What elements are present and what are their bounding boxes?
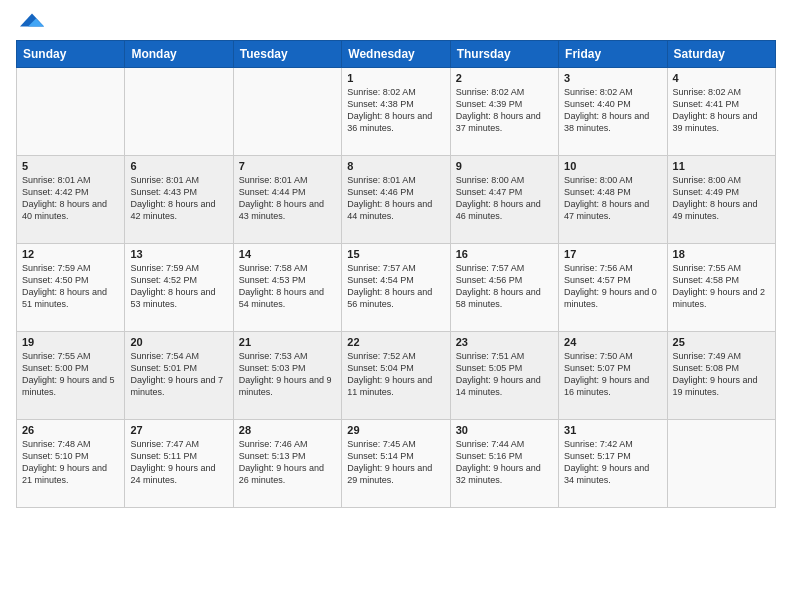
day-number: 12 xyxy=(22,248,119,260)
day-info: Sunrise: 7:57 AM Sunset: 4:54 PM Dayligh… xyxy=(347,262,444,311)
calendar-cell: 28Sunrise: 7:46 AM Sunset: 5:13 PM Dayli… xyxy=(233,420,341,508)
day-info: Sunrise: 7:44 AM Sunset: 5:16 PM Dayligh… xyxy=(456,438,553,487)
day-header: Monday xyxy=(125,41,233,68)
day-number: 2 xyxy=(456,72,553,84)
day-number: 27 xyxy=(130,424,227,436)
calendar-cell: 26Sunrise: 7:48 AM Sunset: 5:10 PM Dayli… xyxy=(17,420,125,508)
day-info: Sunrise: 8:00 AM Sunset: 4:49 PM Dayligh… xyxy=(673,174,770,223)
day-info: Sunrise: 7:57 AM Sunset: 4:56 PM Dayligh… xyxy=(456,262,553,311)
calendar-cell: 11Sunrise: 8:00 AM Sunset: 4:49 PM Dayli… xyxy=(667,156,775,244)
day-info: Sunrise: 7:50 AM Sunset: 5:07 PM Dayligh… xyxy=(564,350,661,399)
calendar-week: 12Sunrise: 7:59 AM Sunset: 4:50 PM Dayli… xyxy=(17,244,776,332)
day-info: Sunrise: 7:48 AM Sunset: 5:10 PM Dayligh… xyxy=(22,438,119,487)
calendar-week: 1Sunrise: 8:02 AM Sunset: 4:38 PM Daylig… xyxy=(17,68,776,156)
calendar-cell: 22Sunrise: 7:52 AM Sunset: 5:04 PM Dayli… xyxy=(342,332,450,420)
calendar-cell: 13Sunrise: 7:59 AM Sunset: 4:52 PM Dayli… xyxy=(125,244,233,332)
calendar-cell: 5Sunrise: 8:01 AM Sunset: 4:42 PM Daylig… xyxy=(17,156,125,244)
calendar-cell: 20Sunrise: 7:54 AM Sunset: 5:01 PM Dayli… xyxy=(125,332,233,420)
day-info: Sunrise: 7:54 AM Sunset: 5:01 PM Dayligh… xyxy=(130,350,227,399)
day-info: Sunrise: 7:55 AM Sunset: 5:00 PM Dayligh… xyxy=(22,350,119,399)
logo xyxy=(16,12,44,32)
day-number: 31 xyxy=(564,424,661,436)
day-number: 15 xyxy=(347,248,444,260)
day-info: Sunrise: 7:46 AM Sunset: 5:13 PM Dayligh… xyxy=(239,438,336,487)
calendar-cell: 27Sunrise: 7:47 AM Sunset: 5:11 PM Dayli… xyxy=(125,420,233,508)
day-number: 9 xyxy=(456,160,553,172)
calendar-cell: 9Sunrise: 8:00 AM Sunset: 4:47 PM Daylig… xyxy=(450,156,558,244)
day-header: Thursday xyxy=(450,41,558,68)
day-number: 14 xyxy=(239,248,336,260)
calendar-cell: 25Sunrise: 7:49 AM Sunset: 5:08 PM Dayli… xyxy=(667,332,775,420)
day-info: Sunrise: 7:53 AM Sunset: 5:03 PM Dayligh… xyxy=(239,350,336,399)
day-info: Sunrise: 8:00 AM Sunset: 4:48 PM Dayligh… xyxy=(564,174,661,223)
day-info: Sunrise: 7:42 AM Sunset: 5:17 PM Dayligh… xyxy=(564,438,661,487)
calendar-cell: 2Sunrise: 8:02 AM Sunset: 4:39 PM Daylig… xyxy=(450,68,558,156)
calendar-cell: 1Sunrise: 8:02 AM Sunset: 4:38 PM Daylig… xyxy=(342,68,450,156)
calendar-cell xyxy=(233,68,341,156)
day-number: 5 xyxy=(22,160,119,172)
day-number: 1 xyxy=(347,72,444,84)
header xyxy=(16,12,776,32)
day-number: 30 xyxy=(456,424,553,436)
day-info: Sunrise: 8:02 AM Sunset: 4:41 PM Dayligh… xyxy=(673,86,770,135)
calendar-cell xyxy=(17,68,125,156)
day-number: 3 xyxy=(564,72,661,84)
calendar-cell: 7Sunrise: 8:01 AM Sunset: 4:44 PM Daylig… xyxy=(233,156,341,244)
calendar-cell xyxy=(125,68,233,156)
day-info: Sunrise: 8:02 AM Sunset: 4:39 PM Dayligh… xyxy=(456,86,553,135)
day-info: Sunrise: 7:47 AM Sunset: 5:11 PM Dayligh… xyxy=(130,438,227,487)
calendar-cell: 29Sunrise: 7:45 AM Sunset: 5:14 PM Dayli… xyxy=(342,420,450,508)
day-number: 24 xyxy=(564,336,661,348)
calendar-cell: 12Sunrise: 7:59 AM Sunset: 4:50 PM Dayli… xyxy=(17,244,125,332)
calendar-week: 26Sunrise: 7:48 AM Sunset: 5:10 PM Dayli… xyxy=(17,420,776,508)
calendar-cell: 30Sunrise: 7:44 AM Sunset: 5:16 PM Dayli… xyxy=(450,420,558,508)
day-number: 28 xyxy=(239,424,336,436)
day-number: 21 xyxy=(239,336,336,348)
day-number: 13 xyxy=(130,248,227,260)
day-number: 23 xyxy=(456,336,553,348)
calendar-cell: 17Sunrise: 7:56 AM Sunset: 4:57 PM Dayli… xyxy=(559,244,667,332)
calendar-cell: 23Sunrise: 7:51 AM Sunset: 5:05 PM Dayli… xyxy=(450,332,558,420)
day-number: 20 xyxy=(130,336,227,348)
day-number: 7 xyxy=(239,160,336,172)
day-number: 17 xyxy=(564,248,661,260)
day-header: Tuesday xyxy=(233,41,341,68)
calendar-cell: 31Sunrise: 7:42 AM Sunset: 5:17 PM Dayli… xyxy=(559,420,667,508)
calendar-cell: 24Sunrise: 7:50 AM Sunset: 5:07 PM Dayli… xyxy=(559,332,667,420)
day-info: Sunrise: 8:02 AM Sunset: 4:40 PM Dayligh… xyxy=(564,86,661,135)
day-header: Sunday xyxy=(17,41,125,68)
calendar-week: 19Sunrise: 7:55 AM Sunset: 5:00 PM Dayli… xyxy=(17,332,776,420)
calendar-cell xyxy=(667,420,775,508)
day-header: Wednesday xyxy=(342,41,450,68)
day-number: 16 xyxy=(456,248,553,260)
calendar-cell: 18Sunrise: 7:55 AM Sunset: 4:58 PM Dayli… xyxy=(667,244,775,332)
day-info: Sunrise: 7:55 AM Sunset: 4:58 PM Dayligh… xyxy=(673,262,770,311)
day-number: 19 xyxy=(22,336,119,348)
day-info: Sunrise: 7:59 AM Sunset: 4:52 PM Dayligh… xyxy=(130,262,227,311)
day-info: Sunrise: 8:00 AM Sunset: 4:47 PM Dayligh… xyxy=(456,174,553,223)
day-number: 25 xyxy=(673,336,770,348)
day-info: Sunrise: 7:49 AM Sunset: 5:08 PM Dayligh… xyxy=(673,350,770,399)
day-number: 22 xyxy=(347,336,444,348)
day-number: 29 xyxy=(347,424,444,436)
calendar-cell: 19Sunrise: 7:55 AM Sunset: 5:00 PM Dayli… xyxy=(17,332,125,420)
logo-text xyxy=(16,12,44,32)
calendar-cell: 16Sunrise: 7:57 AM Sunset: 4:56 PM Dayli… xyxy=(450,244,558,332)
header-row: SundayMondayTuesdayWednesdayThursdayFrid… xyxy=(17,41,776,68)
day-info: Sunrise: 7:52 AM Sunset: 5:04 PM Dayligh… xyxy=(347,350,444,399)
calendar-week: 5Sunrise: 8:01 AM Sunset: 4:42 PM Daylig… xyxy=(17,156,776,244)
day-info: Sunrise: 8:01 AM Sunset: 4:46 PM Dayligh… xyxy=(347,174,444,223)
day-number: 10 xyxy=(564,160,661,172)
calendar-cell: 14Sunrise: 7:58 AM Sunset: 4:53 PM Dayli… xyxy=(233,244,341,332)
calendar-table: SundayMondayTuesdayWednesdayThursdayFrid… xyxy=(16,40,776,508)
calendar-cell: 8Sunrise: 8:01 AM Sunset: 4:46 PM Daylig… xyxy=(342,156,450,244)
page: SundayMondayTuesdayWednesdayThursdayFrid… xyxy=(0,0,792,612)
calendar-cell: 3Sunrise: 8:02 AM Sunset: 4:40 PM Daylig… xyxy=(559,68,667,156)
day-info: Sunrise: 8:02 AM Sunset: 4:38 PM Dayligh… xyxy=(347,86,444,135)
day-number: 11 xyxy=(673,160,770,172)
day-info: Sunrise: 8:01 AM Sunset: 4:42 PM Dayligh… xyxy=(22,174,119,223)
day-info: Sunrise: 7:56 AM Sunset: 4:57 PM Dayligh… xyxy=(564,262,661,311)
day-info: Sunrise: 7:51 AM Sunset: 5:05 PM Dayligh… xyxy=(456,350,553,399)
day-info: Sunrise: 8:01 AM Sunset: 4:44 PM Dayligh… xyxy=(239,174,336,223)
day-header: Friday xyxy=(559,41,667,68)
